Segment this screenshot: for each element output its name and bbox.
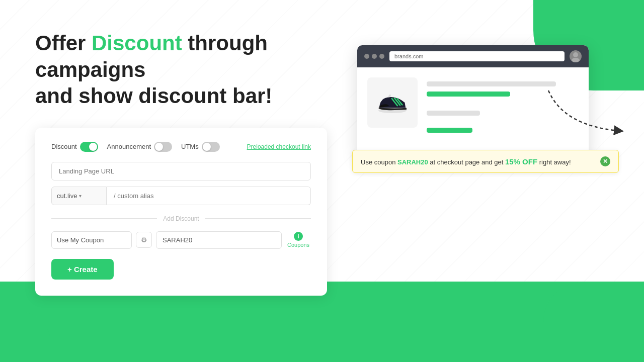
create-button-label: + Create bbox=[67, 265, 98, 274]
url-domain-select[interactable]: cut.live ▾ bbox=[51, 187, 107, 205]
browser-dots bbox=[364, 54, 384, 59]
product-title-line-1 bbox=[427, 81, 556, 86]
gear-settings-button[interactable]: ⚙ bbox=[136, 232, 152, 248]
headline-line2: and show discount bar! bbox=[35, 84, 272, 108]
discount-middle: at checkout page and get bbox=[428, 158, 505, 166]
svg-point-0 bbox=[573, 52, 578, 57]
product-price-line bbox=[427, 128, 472, 133]
add-discount-label: Add Discount bbox=[157, 215, 205, 222]
main-content: Offer Discount through campaigns and sho… bbox=[0, 0, 644, 362]
preloaded-checkout-link[interactable]: Preloaded checkout link bbox=[247, 143, 311, 150]
form-card: Discount Announcement UTMs Preloaded che… bbox=[35, 128, 327, 296]
browser-dot-2 bbox=[372, 54, 377, 59]
utms-toggle-item: UTMs bbox=[181, 142, 220, 152]
coupon-type-select[interactable]: Use My Coupon bbox=[51, 231, 132, 249]
discount-suffix: right away! bbox=[537, 158, 571, 166]
discount-bar-text: Use coupon SARAH20 at checkout page and … bbox=[361, 157, 571, 166]
browser-dot-3 bbox=[379, 54, 384, 59]
discount-row: Use My Coupon ⚙ i Coupons bbox=[51, 231, 311, 249]
create-button[interactable]: + Create bbox=[51, 259, 114, 280]
product-image bbox=[367, 77, 418, 128]
browser-avatar bbox=[570, 50, 582, 62]
custom-alias-input[interactable] bbox=[107, 187, 311, 205]
user-avatar-icon bbox=[570, 50, 582, 62]
browser-url-text: brands.com bbox=[394, 53, 423, 59]
gear-icon: ⚙ bbox=[141, 236, 147, 244]
toggle-row: Discount Announcement UTMs Preloaded che… bbox=[51, 142, 311, 152]
coupons-label: Coupons bbox=[287, 242, 309, 248]
discount-bar-close-button[interactable]: ✕ bbox=[600, 156, 610, 166]
arrow-decoration bbox=[543, 80, 644, 141]
discount-toggle[interactable] bbox=[80, 142, 98, 152]
announcement-label: Announcement bbox=[107, 143, 151, 150]
chevron-down-icon: ▾ bbox=[79, 193, 82, 199]
product-detail-line bbox=[427, 111, 480, 116]
announcement-toggle-item: Announcement bbox=[107, 142, 172, 152]
landing-page-url-input[interactable] bbox=[51, 162, 311, 180]
svg-point-1 bbox=[572, 58, 580, 62]
shoe-icon bbox=[375, 85, 410, 120]
headline-prefix: Offer bbox=[35, 31, 92, 55]
left-panel: Offer Discount through campaigns and sho… bbox=[35, 30, 337, 296]
right-panel: brands.com bbox=[357, 45, 614, 158]
browser-url-bar[interactable]: brands.com bbox=[389, 51, 565, 61]
browser-dot-1 bbox=[364, 54, 369, 59]
utms-toggle[interactable] bbox=[202, 142, 220, 152]
add-discount-divider: Add Discount bbox=[51, 215, 311, 222]
discount-bar: Use coupon SARAH20 at checkout page and … bbox=[352, 150, 619, 173]
domain-value: cut.live bbox=[57, 192, 77, 200]
headline: Offer Discount through campaigns and sho… bbox=[35, 30, 337, 110]
url-row: cut.live ▾ bbox=[51, 187, 311, 205]
utms-label: UTMs bbox=[181, 143, 199, 150]
coupons-button[interactable]: i Coupons bbox=[286, 232, 311, 248]
discount-toggle-item: Discount bbox=[51, 142, 98, 152]
discount-percentage: 15% OFF bbox=[505, 157, 537, 166]
coupons-icon: i bbox=[294, 232, 303, 241]
product-title-line-2 bbox=[427, 92, 510, 97]
browser-toolbar: brands.com bbox=[357, 45, 589, 67]
discount-label: Discount bbox=[51, 143, 77, 150]
discount-prefix: Use coupon bbox=[361, 158, 397, 166]
discount-coupon-code: SARAH20 bbox=[397, 158, 428, 166]
coupon-code-input[interactable] bbox=[156, 231, 282, 249]
announcement-toggle[interactable] bbox=[154, 142, 172, 152]
headline-highlight: Discount bbox=[92, 31, 182, 55]
